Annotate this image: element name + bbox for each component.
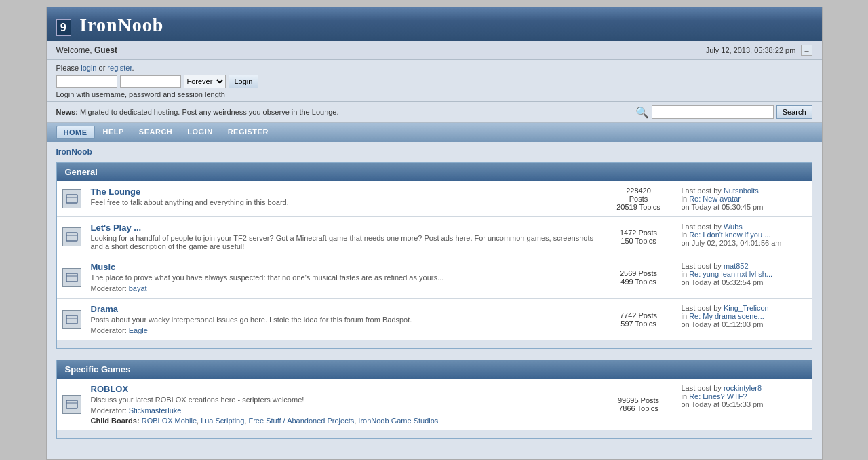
forum-info-lounge: The Lounge Feel free to talk about anyth… <box>87 181 601 217</box>
forum-link-music[interactable]: Music <box>91 262 116 272</box>
search-button[interactable]: Search <box>776 105 812 119</box>
forum-link-roblox[interactable]: ROBLOX <box>91 384 129 394</box>
forum-lastpost-roblox: Last post by rockintyler8 in Re: Lines? … <box>676 379 812 430</box>
lp-by2: by <box>713 223 724 231</box>
news-label: News: <box>56 108 78 116</box>
forum-content: General The Lounge Feel free to talk abo… <box>47 159 822 459</box>
lp-by3: by <box>713 262 724 270</box>
forum-topics-lounge: 20519 Topics <box>607 203 671 211</box>
lp-user-letsplay[interactable]: Wubs <box>724 223 743 231</box>
lp-label3: Last post <box>682 262 714 270</box>
mod-link-drama[interactable]: Eagle <box>129 326 148 334</box>
forum-posts-drama: 7742 Posts <box>607 311 671 320</box>
login-prompt: Please login or register. <box>56 64 812 72</box>
shrink-button[interactable]: – <box>801 45 812 56</box>
child-board-roblox-mobile[interactable]: ROBLOX Mobile <box>142 417 197 425</box>
lp-user-music[interactable]: mat852 <box>724 262 749 270</box>
nav-search[interactable]: SEARCH <box>132 126 179 139</box>
date-time: July 12, 2013, 05:38:22 pm <box>706 46 796 54</box>
search-input[interactable] <box>652 105 774 119</box>
forum-lastpost-letsplay: Last post by Wubs in Re: I don't know if… <box>676 217 812 256</box>
lp-label5: Last post <box>682 384 714 392</box>
svg-rect-0 <box>66 195 77 203</box>
lp-thread-drama[interactable]: Re: My drama scene... <box>689 312 764 320</box>
session-select[interactable]: Forever Session <box>184 75 226 88</box>
lp-label: Last post <box>682 187 714 195</box>
login-button[interactable]: Login <box>229 75 259 88</box>
nav-register[interactable]: REGISTER <box>221 126 275 139</box>
forum-info-drama: Drama Posts about your wacky interperson… <box>87 299 601 341</box>
forum-desc-roblox: Discuss your latest ROBLOX creations her… <box>91 396 597 404</box>
login-link[interactable]: login <box>81 64 96 72</box>
prompt-text: Please <box>56 64 79 72</box>
forum-table-games: ROBLOX Discuss your latest ROBLOX creati… <box>57 379 812 430</box>
lp-user-lounge[interactable]: Nutsnbolts <box>724 187 759 195</box>
search-icon: 🔍 <box>635 106 649 119</box>
forum-link-letsplay[interactable]: Let's Play ... <box>91 223 142 233</box>
register-link[interactable]: register <box>107 64 132 72</box>
password-input[interactable] <box>120 75 181 88</box>
forum-desc-drama: Posts about your wacky interpersonal iss… <box>91 315 597 324</box>
forum-mod-roblox: Moderator: Stickmasterluke <box>91 406 597 415</box>
category-header-general: General <box>57 163 812 181</box>
login-form: Forever Session Login <box>56 75 812 88</box>
nav-home[interactable]: HOME <box>56 126 95 139</box>
welcome-username: Guest <box>94 45 117 55</box>
forum-topics-letsplay: 150 Topics <box>607 237 671 245</box>
svg-rect-4 <box>66 273 77 282</box>
child-boards-roblox: Child Boards: ROBLOX Mobile, Lua Scripti… <box>91 417 597 425</box>
forum-link-drama[interactable]: Drama <box>91 304 118 314</box>
lp-user-roblox[interactable]: rockintyler8 <box>724 384 762 392</box>
child-board-lua[interactable]: Lua Scripting <box>201 417 244 425</box>
lp-thread-roblox[interactable]: Re: Lines? WTF? <box>689 392 747 400</box>
search-bar: 🔍 Search <box>635 105 812 119</box>
forum-info-roblox: ROBLOX Discuss your latest ROBLOX creati… <box>87 379 601 430</box>
nav-help[interactable]: HELP <box>96 126 131 139</box>
dot: . <box>132 64 134 72</box>
nav-login[interactable]: LOGIN <box>180 126 219 139</box>
forum-info-music: Music The place to prove what you have a… <box>87 256 601 299</box>
forum-stats-letsplay: 1472 Posts 150 Topics <box>601 217 676 256</box>
forum-row-music: Music The place to prove what you have a… <box>57 256 812 299</box>
forum-table-general: The Lounge Feel free to talk about anyth… <box>57 181 812 340</box>
forum-icon-music <box>62 268 81 287</box>
logo-box: 9 <box>56 19 72 36</box>
forum-icon-lp <box>62 227 81 246</box>
lp-user-drama[interactable]: King_Trelicon <box>724 304 769 312</box>
forum-desc-letsplay: Looking for a handful of people to join … <box>91 234 597 250</box>
mod-link-music[interactable]: bayat <box>129 284 147 292</box>
forum-mod-drama: Moderator: Eagle <box>91 326 597 334</box>
forum-topics-drama: 597 Topics <box>607 320 671 328</box>
username-input[interactable] <box>56 75 117 88</box>
lp-thread-lounge[interactable]: Re: New avatar <box>689 195 741 203</box>
lp-in: in <box>682 195 690 203</box>
breadcrumb-home[interactable]: IronNoob <box>56 147 92 157</box>
forum-icon-cell <box>57 181 87 217</box>
child-board-ironnoob-studios[interactable]: IronNoob Game Studios <box>358 417 438 425</box>
forum-posts-roblox: 99695 Posts <box>607 396 671 404</box>
site-name: IronNoob <box>79 14 163 35</box>
lp-thread-letsplay[interactable]: Re: I don't know if you ... <box>689 231 770 239</box>
mod-link-roblox[interactable]: Stickmasterluke <box>129 406 182 415</box>
forum-lastpost-music: Last post by mat852 in Re: yung lean nxt… <box>676 256 812 299</box>
site-title: 9 IronNoob <box>56 14 812 36</box>
lp-time-drama: on Today at 01:12:03 pm <box>682 320 764 328</box>
svg-rect-6 <box>66 315 77 324</box>
forum-stats-lounge: 228420 Posts 20519 Topics <box>601 181 676 217</box>
child-board-free-stuff[interactable]: Free Stuff / Abandoned Projects <box>248 417 354 425</box>
news-bar: News: Migrated to dedicated hosting. Pos… <box>47 102 822 123</box>
category-general: General The Lounge Feel free to talk abo… <box>56 162 812 349</box>
nav-bar: HOME HELP SEARCH LOGIN REGISTER <box>47 123 822 142</box>
forum-link-lounge[interactable]: The Lounge <box>91 187 141 197</box>
forum-mod-music: Moderator: bayat <box>91 284 597 292</box>
lp-time-roblox: on Today at 05:15:33 pm <box>682 400 764 408</box>
breadcrumb: IronNoob <box>47 142 822 159</box>
forum-row-drama: Drama Posts about your wacky interperson… <box>57 299 812 341</box>
forum-stats-music: 2569 Posts 499 Topics <box>601 256 676 299</box>
forum-desc-music: The place to prove what you have always … <box>91 273 597 282</box>
forum-icon-drama <box>62 310 81 329</box>
lp-thread-music[interactable]: Re: yung lean nxt lvl sh... <box>689 270 772 278</box>
session-hint: Login with username, password and sessio… <box>56 90 812 98</box>
welcome-text: Welcome, Guest <box>56 45 118 55</box>
login-bar: Please login or register. Forever Sessio… <box>47 60 822 102</box>
